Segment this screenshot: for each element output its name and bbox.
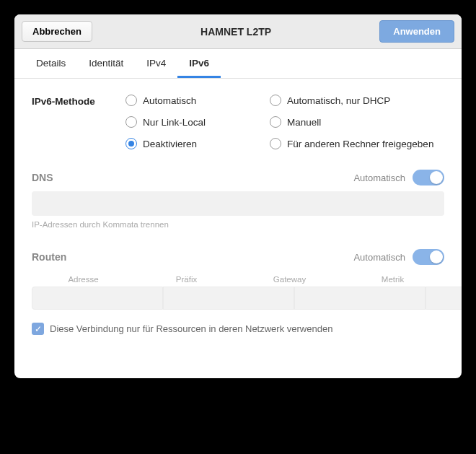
- radio-auto-dhcp[interactable]: Automatisch, nur DHCP: [270, 95, 433, 106]
- radio-icon: [125, 95, 137, 106]
- titlebar: Abbrechen HAMNET L2TP Anwenden: [14, 14, 462, 49]
- radio-label: Nur Link-Local: [143, 117, 206, 128]
- tab-details[interactable]: Details: [25, 49, 77, 78]
- routes-auto-label: Automatisch: [353, 252, 405, 263]
- only-resources-row[interactable]: ✓ Diese Verbindung nur für Ressourcen in…: [32, 323, 444, 335]
- route-metric-input[interactable]: [426, 287, 462, 310]
- radio-icon: [270, 95, 281, 106]
- radio-icon: [270, 116, 281, 128]
- tab-content: IPv6-Methode Automatisch Automatisch, nu…: [14, 79, 462, 378]
- route-row: ✕: [32, 287, 444, 310]
- routes-label: Routen: [32, 251, 66, 263]
- radio-label: Für anderen Rechner freigegeben: [287, 139, 433, 149]
- routes-columns: Adresse Präfix Gateway Metrik: [32, 271, 444, 287]
- only-resources-checkbox[interactable]: ✓: [32, 323, 44, 335]
- dns-auto-label: Automatisch: [353, 173, 405, 183]
- radio-disable[interactable]: Deaktivieren: [125, 138, 263, 149]
- route-prefix-input[interactable]: [163, 287, 294, 310]
- radio-label: Automatisch: [143, 95, 196, 106]
- radio-shared[interactable]: Für anderen Rechner freigegeben: [270, 138, 433, 149]
- apply-button[interactable]: Anwenden: [379, 20, 454, 43]
- dns-auto-toggle[interactable]: [413, 170, 444, 185]
- dns-section: DNS Automatisch IP-Adressen durch Kommat…: [32, 170, 444, 229]
- radio-label: Manuell: [287, 117, 321, 128]
- method-label: IPv6-Methode: [32, 95, 125, 149]
- radio-manual[interactable]: Manuell: [270, 116, 433, 128]
- radio-linklocal[interactable]: Nur Link-Local: [125, 116, 263, 128]
- tab-identity[interactable]: Identität: [77, 49, 135, 78]
- window-title: HAMNET L2TP: [200, 26, 271, 38]
- radio-icon: [270, 138, 281, 149]
- routes-auto-group: Automatisch: [353, 249, 444, 265]
- check-icon: ✓: [35, 324, 42, 334]
- col-prefix: Präfix: [135, 275, 238, 284]
- route-address-input[interactable]: [32, 287, 163, 310]
- dns-input[interactable]: [32, 191, 444, 216]
- tab-bar: Details Identität IPv4 IPv6: [14, 49, 462, 79]
- tab-ipv6[interactable]: IPv6: [177, 49, 221, 78]
- dialog-window: Abbrechen HAMNET L2TP Anwenden Details I…: [14, 14, 462, 378]
- routes-header: Routen Automatisch: [32, 249, 444, 265]
- radio-icon: [125, 138, 137, 149]
- radio-label: Automatisch, nur DHCP: [287, 95, 390, 106]
- cancel-button[interactable]: Abbrechen: [22, 21, 92, 42]
- dns-header: DNS Automatisch: [32, 170, 444, 185]
- radio-icon: [125, 116, 137, 128]
- radio-auto[interactable]: Automatisch: [125, 95, 263, 106]
- radio-label: Deaktivieren: [143, 139, 197, 149]
- dns-label: DNS: [32, 172, 53, 183]
- col-address: Adresse: [32, 275, 135, 284]
- dns-auto-group: Automatisch: [353, 170, 444, 185]
- method-options: Automatisch Automatisch, nur DHCP Nur Li…: [125, 95, 433, 149]
- routes-auto-toggle[interactable]: [413, 249, 444, 265]
- dns-hint: IP-Adressen durch Kommata trennen: [32, 220, 444, 229]
- only-resources-label: Diese Verbindung nur für Ressourcen in d…: [50, 323, 332, 334]
- method-row: IPv6-Methode Automatisch Automatisch, nu…: [32, 95, 444, 149]
- col-metric: Metrik: [341, 275, 444, 284]
- route-gateway-input[interactable]: [294, 287, 426, 310]
- tab-ipv4[interactable]: IPv4: [135, 49, 177, 78]
- col-gateway: Gateway: [238, 275, 341, 284]
- routes-section: Routen Automatisch Adresse Präfix Gatewa…: [32, 249, 444, 335]
